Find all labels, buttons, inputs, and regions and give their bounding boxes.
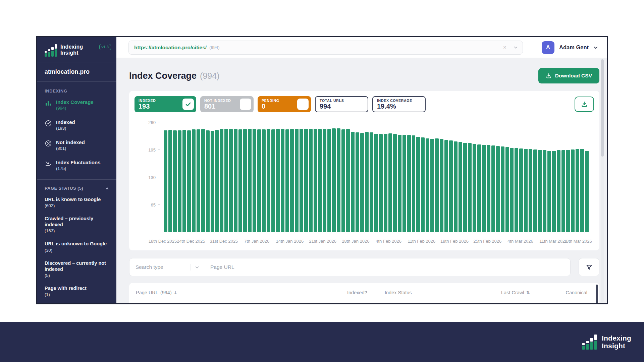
chart-bar[interactable] bbox=[421, 137, 425, 232]
page-status-discovered-currently-not-indexed[interactable]: Discovered – currently not indexed(5) bbox=[37, 256, 116, 282]
chart-bar[interactable] bbox=[416, 137, 420, 232]
chart-bar[interactable] bbox=[300, 129, 303, 232]
chart-bar[interactable] bbox=[435, 138, 439, 232]
chart-bar[interactable] bbox=[505, 147, 509, 232]
chart-bar[interactable] bbox=[187, 130, 191, 232]
column-header-last-crawl[interactable]: Last Crawl⇅ bbox=[501, 290, 530, 295]
chart-bar[interactable] bbox=[168, 130, 172, 232]
chart-bar[interactable] bbox=[197, 129, 200, 232]
sort-desc-icon[interactable]: ↓ bbox=[174, 290, 177, 295]
chart-bar[interactable] bbox=[215, 130, 219, 232]
chart-bar[interactable] bbox=[491, 145, 495, 232]
chart-bar[interactable] bbox=[482, 145, 486, 232]
property-url-select[interactable]: https://atmlocation.pro/cities/ (994) × bbox=[128, 41, 523, 55]
chart-bar[interactable] bbox=[164, 130, 167, 232]
sort-updown-icon[interactable]: ⇅ bbox=[526, 290, 530, 295]
sidebar-item-index-coverage[interactable]: Index Coverage(994) bbox=[37, 95, 116, 115]
page-status-crawled-previously-indexed[interactable]: Crawled – previously indexed(163) bbox=[37, 212, 116, 237]
brand-logo[interactable]: IndexingInsight v1.3 bbox=[37, 37, 116, 62]
content-scrollbar-thumb[interactable] bbox=[601, 59, 604, 157]
column-header-indexed[interactable]: Indexed? bbox=[347, 290, 367, 295]
stat-checkbox-unchecked[interactable] bbox=[240, 99, 251, 110]
chart-bar[interactable] bbox=[426, 138, 429, 232]
chart-bar[interactable] bbox=[519, 148, 523, 232]
column-header-index-status[interactable]: Index Status bbox=[385, 290, 412, 295]
chart-bar[interactable] bbox=[309, 129, 313, 232]
chart-bar[interactable] bbox=[234, 129, 237, 232]
column-header-canonical[interactable]: Canonical bbox=[566, 290, 588, 295]
search-type-select[interactable]: Search type bbox=[129, 258, 204, 276]
chart-bar[interactable] bbox=[580, 149, 584, 232]
chart-bar[interactable] bbox=[477, 144, 481, 232]
chart-bar[interactable] bbox=[346, 129, 350, 232]
chart-bar[interactable] bbox=[201, 129, 205, 232]
chart-bar[interactable] bbox=[173, 130, 177, 232]
chart-bar[interactable] bbox=[576, 149, 579, 232]
chart-bar[interactable] bbox=[510, 148, 514, 232]
chart-bar[interactable] bbox=[370, 132, 373, 232]
clear-selection-icon[interactable]: × bbox=[503, 45, 506, 50]
chart-bar[interactable] bbox=[412, 135, 416, 232]
chart-bar[interactable] bbox=[374, 134, 378, 232]
page-status-url-is-known-to-google[interactable]: URL is known to Google(602) bbox=[37, 193, 116, 212]
chart-bar[interactable] bbox=[224, 129, 228, 232]
table-scrollbar-thumb[interactable] bbox=[596, 285, 598, 303]
chart-bar[interactable] bbox=[178, 130, 181, 232]
chart-bar[interactable] bbox=[211, 131, 214, 232]
chart-bar[interactable] bbox=[407, 135, 411, 232]
chart-bar[interactable] bbox=[496, 146, 500, 232]
chart-bar[interactable] bbox=[351, 132, 355, 232]
chart-bar[interactable] bbox=[454, 141, 458, 232]
chart-bar[interactable] bbox=[206, 130, 210, 232]
chart-bar[interactable] bbox=[267, 129, 270, 232]
chart-bar[interactable] bbox=[543, 150, 546, 232]
chart-bar[interactable] bbox=[529, 149, 532, 232]
page-status-header[interactable]: PAGE STATUS (5) bbox=[37, 180, 116, 193]
chart-bar[interactable] bbox=[318, 129, 322, 232]
chart-bar[interactable] bbox=[398, 135, 401, 232]
chart-bar[interactable] bbox=[449, 140, 453, 232]
chart-bar[interactable] bbox=[360, 133, 364, 232]
chart-bar[interactable] bbox=[327, 129, 331, 232]
chart-bar[interactable] bbox=[253, 129, 256, 232]
chart-bar[interactable] bbox=[229, 129, 233, 232]
chart-bar[interactable] bbox=[459, 142, 462, 232]
chart-bar[interactable] bbox=[388, 133, 392, 232]
chart-bar[interactable] bbox=[341, 129, 345, 232]
chart-bar[interactable] bbox=[281, 129, 284, 232]
chart-bar[interactable] bbox=[487, 145, 490, 232]
stat-chip-not-indexed[interactable]: NOT INDEXED801 bbox=[200, 96, 254, 112]
chart-bar[interactable] bbox=[557, 150, 560, 232]
chart-bar[interactable] bbox=[314, 129, 317, 232]
chart-bar[interactable] bbox=[515, 148, 518, 232]
stat-checkbox-unchecked[interactable] bbox=[297, 99, 309, 110]
chart-bar[interactable] bbox=[365, 132, 369, 232]
chart-bar[interactable] bbox=[566, 150, 570, 232]
collapse-caret-icon[interactable] bbox=[105, 186, 109, 191]
chart-bar[interactable] bbox=[262, 129, 266, 232]
sidebar-item-indexed[interactable]: Indexed(193) bbox=[37, 115, 116, 135]
content-scrollbar[interactable] bbox=[601, 59, 604, 302]
chart-bar[interactable] bbox=[304, 129, 308, 232]
chart-bar[interactable] bbox=[444, 140, 448, 232]
chart-bar[interactable] bbox=[501, 146, 504, 232]
filter-button[interactable] bbox=[579, 258, 599, 276]
download-csv-button[interactable]: Download CSV bbox=[538, 68, 599, 83]
chart-bar[interactable] bbox=[323, 129, 326, 232]
chart-bar[interactable] bbox=[468, 143, 472, 232]
chart-bar[interactable] bbox=[585, 151, 589, 232]
sidebar-item-not-indexed[interactable]: Not indexed(801) bbox=[37, 135, 116, 155]
chart-bar[interactable] bbox=[290, 129, 294, 232]
chart-bar[interactable] bbox=[524, 149, 528, 232]
user-menu[interactable]: A Adam Gent bbox=[542, 41, 598, 54]
chart-bar[interactable] bbox=[248, 129, 252, 232]
chart-bar[interactable] bbox=[538, 150, 542, 232]
chart-bar[interactable] bbox=[571, 149, 575, 232]
stat-chip-pending[interactable]: PENDING0 bbox=[258, 96, 311, 112]
sidebar-item-index-fluctuations[interactable]: Index Fluctuations(175) bbox=[37, 155, 116, 175]
chart-bar[interactable] bbox=[473, 144, 476, 232]
chart-bar[interactable] bbox=[533, 149, 537, 232]
chart-bar[interactable] bbox=[271, 129, 275, 232]
chart-bar[interactable] bbox=[561, 150, 565, 232]
chart-bar[interactable] bbox=[393, 134, 397, 232]
